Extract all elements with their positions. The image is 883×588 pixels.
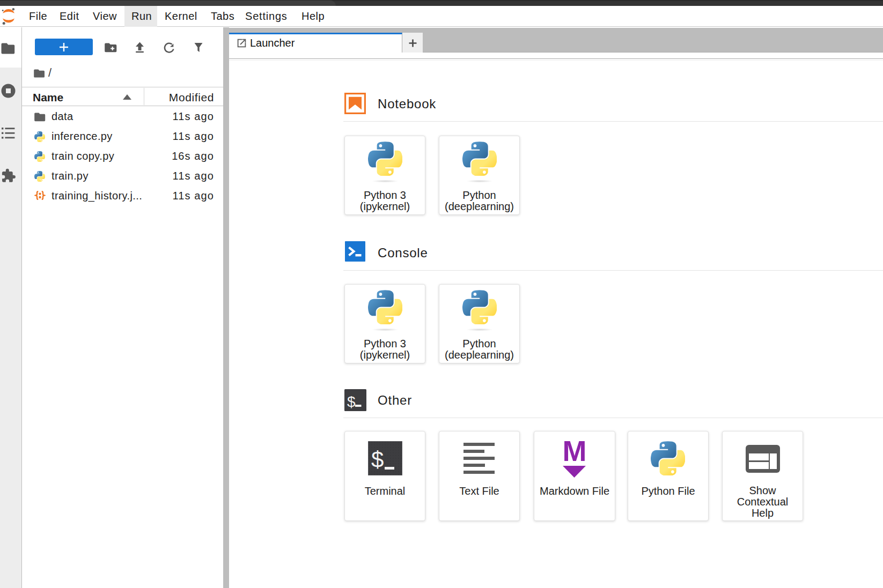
svg-text:$: $: [371, 447, 384, 472]
svg-text:$: $: [347, 393, 356, 410]
